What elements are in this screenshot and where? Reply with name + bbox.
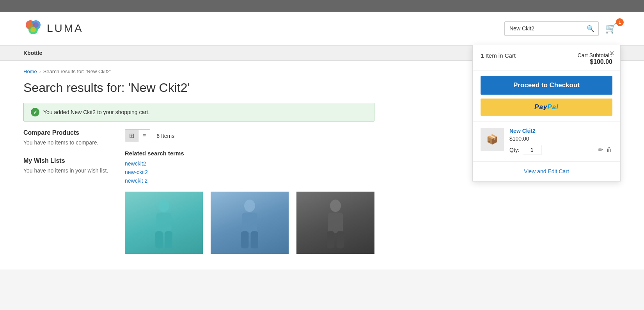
- svg-rect-15: [328, 213, 343, 233]
- svg-point-4: [33, 22, 39, 28]
- success-icon: ✓: [31, 108, 39, 116]
- success-text: You added New Ckit2 to your shopping car…: [43, 109, 150, 115]
- svg-rect-11: [242, 213, 257, 233]
- cart-item-count: 1 Item in Cart: [481, 52, 516, 59]
- edit-cart-item-button[interactable]: ✏: [598, 146, 603, 153]
- product-figure-3: [316, 196, 355, 250]
- cart-items: 📦 New Ckit2 $100.00 Qty: ✏: [473, 122, 620, 162]
- svg-rect-7: [156, 213, 172, 233]
- breadcrumb-home[interactable]: Home: [23, 69, 37, 74]
- svg-rect-12: [241, 231, 248, 248]
- cart-footer: View and Edit Cart: [473, 162, 620, 181]
- qty-input[interactable]: [523, 145, 541, 155]
- logo-text: LUMA: [47, 22, 83, 35]
- product-figure-1: [144, 196, 183, 250]
- svg-rect-8: [155, 231, 163, 248]
- svg-rect-16: [327, 231, 334, 248]
- top-bar: [0, 0, 644, 12]
- item-count: 6 Items: [156, 133, 174, 139]
- header: LUMA 🔍 🛒 1 ✕ 1 Item in Cart Car: [0, 12, 644, 46]
- cart-button[interactable]: 🛒 1: [605, 21, 621, 35]
- nav-kbottle-link[interactable]: Kbottle: [23, 50, 42, 56]
- grid-icon: ⊞: [129, 132, 134, 139]
- cart-item: 📦 New Ckit2 $100.00 Qty: ✏: [481, 128, 612, 155]
- wishlist-title: My Wish Lists: [23, 157, 113, 164]
- search-button[interactable]: 🔍: [583, 22, 598, 35]
- svg-point-10: [244, 200, 255, 212]
- breadcrumb-separator: ›: [39, 69, 41, 74]
- product-figure-2: [230, 196, 269, 250]
- header-right: 🔍 🛒 1 ✕ 1 Item in Cart Cart Subtotal : $…: [504, 21, 621, 36]
- product-card-3[interactable]: [296, 192, 374, 254]
- cart-subtotal-amount: $100.00: [578, 58, 613, 65]
- cart-close-button[interactable]: ✕: [609, 50, 615, 57]
- cart-dropdown: ✕ 1 Item in Cart Cart Subtotal : $100.00…: [472, 45, 621, 181]
- cart-item-name[interactable]: New Ckit2: [509, 128, 612, 134]
- delete-icon: 🗑: [606, 146, 612, 153]
- product-card-2[interactable]: [211, 192, 289, 254]
- cart-item-price: $100.00: [509, 136, 612, 142]
- proceed-to-checkout-button[interactable]: Proceed to Checkout: [481, 76, 612, 95]
- search-input[interactable]: [505, 22, 583, 35]
- cart-badge: 1: [616, 18, 624, 26]
- cart-item-actions: ✏ 🗑: [598, 146, 612, 153]
- view-edit-cart-link[interactable]: View and Edit Cart: [524, 168, 569, 174]
- product-image-2: [211, 192, 289, 254]
- delete-cart-item-button[interactable]: 🗑: [606, 146, 612, 153]
- edit-icon: ✏: [598, 146, 603, 153]
- svg-rect-9: [165, 231, 172, 248]
- list-icon: ≡: [142, 132, 146, 139]
- svg-rect-17: [337, 231, 344, 248]
- product-images-row: [125, 192, 621, 254]
- cart-icon: 🛒: [605, 23, 617, 34]
- svg-point-14: [330, 200, 341, 212]
- search-icon: 🔍: [587, 25, 594, 32]
- svg-rect-13: [251, 231, 258, 248]
- cart-item-details: New Ckit2 $100.00 Qty: ✏ 🗑: [509, 128, 612, 155]
- cart-subtotal-label: Cart Subtotal :: [578, 52, 613, 58]
- svg-point-6: [158, 200, 169, 212]
- qty-label: Qty:: [509, 147, 520, 153]
- breadcrumb-current: Search results for: 'New Ckit2': [43, 69, 111, 74]
- compare-title: Compare Products: [23, 129, 113, 136]
- product-thumb-icon: 📦: [486, 134, 498, 145]
- search-box: 🔍: [504, 21, 599, 36]
- paypal-button[interactable]: PayPal: [481, 99, 612, 116]
- cart-item-qty-row: Qty: ✏ 🗑: [509, 145, 612, 155]
- cart-actions: Proceed to Checkout PayPal: [473, 70, 620, 122]
- paypal-icon: PayPal: [534, 103, 559, 111]
- product-card-1[interactable]: [125, 192, 203, 254]
- close-icon: ✕: [609, 49, 615, 57]
- view-toggle: ⊞ ≡: [125, 129, 150, 142]
- success-banner: ✓ You added New Ckit2 to your shopping c…: [23, 103, 374, 122]
- logo: LUMA: [23, 19, 83, 38]
- luma-logo-icon: [23, 19, 43, 38]
- cart-subtotal-block: Cart Subtotal : $100.00: [578, 52, 613, 65]
- cart-dropdown-header: 1 Item in Cart Cart Subtotal : $100.00: [473, 45, 620, 70]
- product-image-1: [125, 192, 203, 254]
- compare-text: You have no items to compare.: [23, 139, 113, 146]
- svg-point-5: [30, 27, 36, 32]
- wishlist-section: My Wish Lists You have no items in your …: [23, 157, 113, 174]
- svg-point-3: [28, 22, 33, 28]
- wishlist-text: You have no items in your wish list.: [23, 167, 113, 174]
- grid-view-button[interactable]: ⊞: [125, 130, 138, 142]
- list-view-button[interactable]: ≡: [138, 130, 150, 142]
- sidebar: Compare Products You have no items to co…: [23, 129, 113, 254]
- product-image-3: [296, 192, 374, 254]
- compare-section: Compare Products You have no items to co…: [23, 129, 113, 146]
- cart-item-thumbnail: 📦: [481, 128, 504, 151]
